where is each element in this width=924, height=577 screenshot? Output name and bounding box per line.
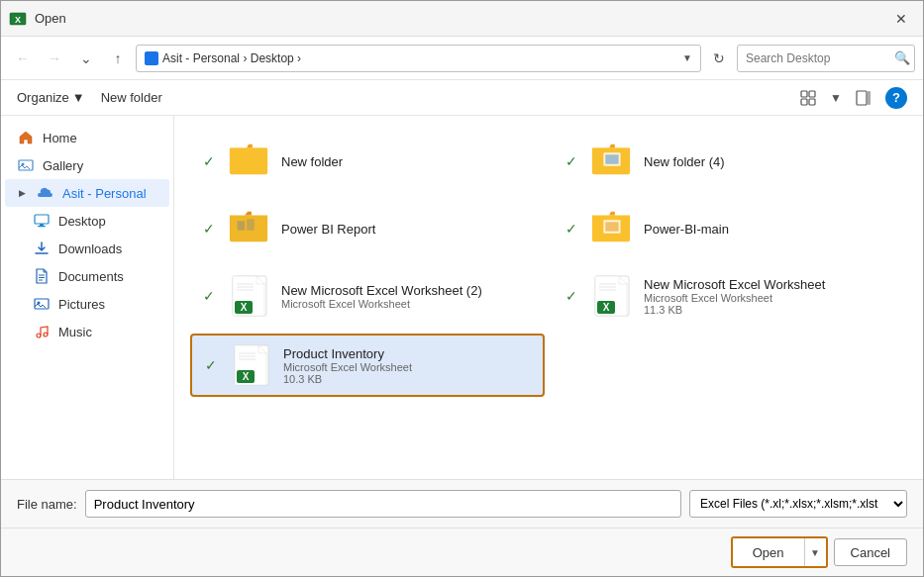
- address-bar[interactable]: Asit - Personal › Desktop › ▼: [136, 45, 701, 72]
- folder-icon-power-bi-main: [590, 207, 634, 250]
- sidebar-item-gallery[interactable]: Gallery: [5, 151, 169, 179]
- music-icon: [33, 323, 51, 340]
- check-excel-2: ✓: [200, 287, 218, 305]
- documents-icon: [33, 267, 51, 285]
- svg-rect-3: [809, 91, 815, 97]
- folder-icon-new-folder-4: [590, 140, 634, 183]
- svg-rect-4: [801, 99, 807, 105]
- organize-dropdown-icon: ▼: [72, 90, 85, 105]
- sidebar-item-desktop[interactable]: Desktop 📌: [5, 207, 169, 235]
- svg-rect-7: [868, 91, 871, 105]
- address-part-1[interactable]: Asit - Personal: [162, 51, 240, 65]
- bottom-buttons: Open ▼ Cancel: [1, 528, 923, 576]
- excel-icon-product-inventory: X: [230, 343, 273, 387]
- sidebar-item-home[interactable]: Home: [5, 124, 169, 151]
- check-new-folder-4: ✓: [563, 152, 580, 170]
- filetype-select[interactable]: Excel Files (*.xl;*.xlsx;*.xlsm;*.xlst: [689, 490, 907, 518]
- sidebar-item-pictures[interactable]: Pictures 📌: [5, 290, 169, 318]
- file-info-power-bi-report: Power BI Report: [281, 222, 535, 237]
- back-button[interactable]: ←: [9, 45, 37, 72]
- file-item-new-folder-4[interactable]: ✓ New folder (4): [553, 132, 907, 191]
- svg-rect-5: [809, 99, 815, 105]
- svg-rect-8: [19, 160, 33, 170]
- organize-bar: Organize ▼ New folder ▼ ?: [1, 80, 923, 116]
- open-dialog: X Open ✕ ← → ⌄ ↑ Asit - Personal › Deskt…: [0, 0, 924, 577]
- file-info-new-folder-4: New folder (4): [644, 154, 897, 169]
- preview-icon: [856, 90, 872, 106]
- sidebar-item-music[interactable]: Music 📌: [5, 318, 169, 345]
- search-bar: 🔍: [737, 45, 915, 72]
- file-grid: ✓ New folder ✓: [190, 132, 907, 397]
- sidebar-item-label-pictures: Pictures: [58, 297, 105, 312]
- view-dropdown-icon[interactable]: ▼: [830, 91, 842, 105]
- filename-label: File name:: [17, 497, 77, 512]
- file-item-product-inventory[interactable]: ✓ X Produc: [190, 334, 545, 397]
- file-sub-excel-main: Microsoft Excel Worksheet11.3 KB: [644, 292, 897, 316]
- address-icon: [145, 51, 158, 65]
- filename-input[interactable]: [85, 490, 681, 518]
- address-sep-1: ›: [243, 51, 250, 65]
- svg-rect-2: [801, 91, 807, 97]
- dialog-icon: X: [9, 10, 27, 28]
- pictures-icon: [33, 295, 51, 313]
- refresh-button[interactable]: ↻: [705, 45, 733, 72]
- file-item-power-bi-main[interactable]: ✓ Power-BI-main: [553, 199, 907, 258]
- sidebar-item-label-music: Music: [58, 325, 92, 339]
- file-item-power-bi-report[interactable]: ✓ Power BI Report: [190, 199, 545, 258]
- folder-icon-new-folder: [228, 140, 271, 183]
- search-icon: 🔍: [894, 50, 910, 65]
- svg-rect-10: [35, 215, 49, 224]
- bottom-bar: File name: Excel Files (*.xl;*.xlsx;*.xl…: [1, 479, 923, 528]
- preview-pane-button[interactable]: [850, 84, 877, 112]
- search-input[interactable]: [746, 51, 894, 65]
- svg-rect-6: [857, 91, 867, 105]
- sidebar-item-label-documents: Documents: [58, 269, 124, 284]
- folder-icon-power-bi-report: [228, 207, 271, 250]
- view-icon: [800, 90, 816, 106]
- excel-icon-main: X: [590, 274, 634, 318]
- sidebar-item-documents[interactable]: Documents 📌: [5, 262, 169, 290]
- address-part-2[interactable]: Desktop: [251, 51, 294, 65]
- file-info-excel-main: New Microsoft Excel Worksheet Microsoft …: [644, 277, 897, 316]
- gallery-icon: [17, 156, 35, 174]
- svg-text:X: X: [15, 15, 21, 25]
- address-dropdown-icon[interactable]: ▼: [682, 52, 692, 63]
- svg-rect-23: [605, 154, 618, 164]
- svg-rect-27: [605, 222, 618, 232]
- sidebar-item-asit-personal[interactable]: ▶ Asit - Personal: [5, 179, 169, 207]
- sidebar-item-downloads[interactable]: Downloads 📌: [5, 235, 169, 262]
- file-name-new-folder: New folder: [281, 154, 535, 169]
- sidebar-item-label-home: Home: [43, 131, 77, 145]
- new-folder-button[interactable]: New folder: [101, 90, 162, 105]
- sidebar-item-label-asit: Asit - Personal: [62, 186, 147, 201]
- file-name-excel-main: New Microsoft Excel Worksheet: [644, 277, 897, 292]
- help-button[interactable]: ?: [885, 87, 907, 109]
- desktop-icon: [33, 212, 51, 230]
- file-item-new-folder[interactable]: ✓ New folder: [190, 132, 545, 191]
- cancel-button[interactable]: Cancel: [834, 538, 907, 566]
- organize-right: ▼ ?: [794, 84, 907, 112]
- sidebar: Home Gallery ▶ Asit - Personal: [1, 116, 174, 479]
- file-sub-excel-2: Microsoft Excel Worksheet: [281, 298, 535, 310]
- organize-button[interactable]: Organize ▼: [17, 90, 85, 105]
- home-icon: [17, 129, 35, 146]
- svg-rect-20: [230, 148, 267, 173]
- dialog-title: Open: [35, 11, 887, 26]
- up-button[interactable]: ↑: [104, 45, 132, 72]
- open-button[interactable]: Open: [733, 538, 804, 566]
- file-name-power-bi-main: Power-BI-main: [644, 222, 897, 237]
- downloads-icon: [33, 240, 51, 257]
- view-options-button[interactable]: [794, 84, 822, 112]
- svg-rect-25: [247, 219, 255, 230]
- check-product-inventory: ✓: [202, 356, 220, 374]
- forward-button[interactable]: →: [41, 45, 68, 72]
- file-item-excel-main[interactable]: ✓ X New Mi: [553, 266, 907, 326]
- file-item-excel-2[interactable]: ✓ X New Mi: [190, 266, 545, 326]
- title-bar: X Open ✕: [1, 1, 923, 37]
- close-button[interactable]: ✕: [887, 5, 915, 33]
- file-area: ✓ New folder ✓: [174, 116, 923, 479]
- file-info-product-inventory: Product Inventory Microsoft Excel Worksh…: [283, 346, 533, 385]
- open-dropdown-button[interactable]: ▼: [804, 538, 826, 566]
- recent-locations-button[interactable]: ⌄: [72, 45, 100, 72]
- address-toolbar: ← → ⌄ ↑ Asit - Personal › Desktop › ▼ ↻ …: [1, 37, 923, 80]
